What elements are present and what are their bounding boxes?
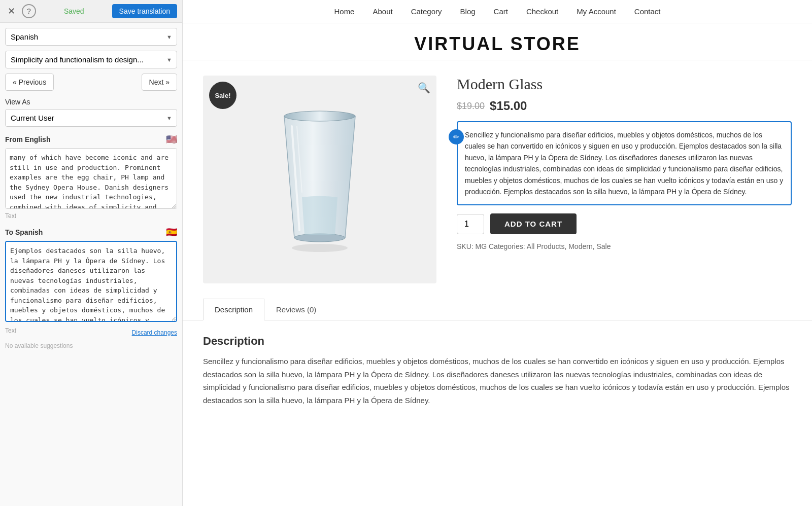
add-to-cart-row: ADD TO CART — [457, 213, 792, 234]
tab-description[interactable]: Description — [203, 299, 264, 320]
previous-button[interactable]: « Previous — [5, 74, 54, 91]
spanish-flag: 🇪🇸 — [166, 227, 177, 238]
nav-blog[interactable]: Blog — [460, 7, 476, 16]
help-button[interactable]: ? — [22, 4, 36, 18]
string-dropdown[interactable]: Simplicity and functionalism to design..… — [5, 51, 177, 68]
translation-text: Sencillez y funcionalismo para diseñar e… — [465, 129, 784, 197]
string-selector-row: Simplicity and functionalism to design..… — [5, 51, 177, 68]
left-top-bar: ✕ ? Saved Save translation — [0, 0, 182, 23]
to-spanish-title: To Spanish — [5, 228, 43, 236]
to-spanish-type: Text — [5, 327, 16, 334]
language-dropdown[interactable]: Spanish French German — [5, 28, 177, 46]
description-text: Sencillez y funcionalismo para diseñar e… — [203, 355, 792, 407]
discard-changes-button[interactable]: Discard changes — [132, 329, 177, 336]
to-spanish-section: To Spanish 🇪🇸 Text Discard changes — [5, 227, 177, 339]
discard-row: Text Discard changes — [5, 326, 177, 339]
view-as-row: Current User — [5, 109, 177, 127]
nav-buttons: « Previous Next » — [5, 74, 177, 91]
main-content: Home About Category Blog Cart Checkout M… — [183, 0, 812, 506]
translation-edit-icon: ✏ — [449, 129, 464, 144]
price-row: $19.00 $15.00 — [457, 99, 792, 113]
left-translation-panel: ✕ ? Saved Save translation Spanish Frenc… — [0, 0, 183, 506]
product-name: Modern Glass — [457, 76, 792, 93]
top-nav: Home About Category Blog Cart Checkout M… — [183, 0, 812, 23]
sku-line: SKU: MG Categories: All Products, Modern… — [457, 242, 792, 250]
svg-point-0 — [284, 111, 355, 121]
product-image-col: Sale! 🔍 — [203, 76, 436, 283]
language-selector-row: Spanish French German — [5, 28, 177, 46]
tabs-row: Description Reviews (0) — [183, 299, 812, 320]
product-info-col: Modern Glass $19.00 $15.00 ✏ Sencillez y… — [457, 76, 792, 283]
from-english-section: From English 🇺🇸 Text — [5, 134, 177, 220]
from-english-type: Text — [5, 212, 177, 220]
from-english-header: From English 🇺🇸 — [5, 134, 177, 145]
left-body: Spanish French German Simplicity and fun… — [0, 23, 182, 354]
svg-point-2 — [292, 244, 348, 252]
from-english-title: From English — [5, 135, 50, 143]
old-price: $19.00 — [457, 101, 485, 112]
quantity-input[interactable] — [457, 214, 484, 234]
translation-box: ✏ Sencillez y funcionalismo para diseñar… — [457, 121, 792, 205]
close-button[interactable]: ✕ — [5, 6, 18, 17]
store-title-bar: VIRTUAL STORE — [183, 23, 812, 60]
nav-checkout[interactable]: Checkout — [526, 7, 558, 16]
view-as-dropdown-wrapper: Current User — [5, 109, 177, 127]
nav-about[interactable]: About — [373, 7, 392, 16]
to-spanish-header: To Spanish 🇪🇸 — [5, 227, 177, 238]
from-english-textarea[interactable] — [5, 148, 177, 209]
store-title: VIRTUAL STORE — [183, 33, 812, 55]
nav-contact[interactable]: Contact — [634, 7, 661, 16]
view-as-label: View As — [5, 98, 177, 106]
nav-home[interactable]: Home — [334, 7, 354, 16]
zoom-icon[interactable]: 🔍 — [418, 82, 430, 94]
product-area: Sale! 🔍 — [183, 60, 812, 299]
next-button[interactable]: Next » — [142, 74, 177, 91]
saved-label: Saved — [40, 7, 108, 15]
string-dropdown-wrapper: Simplicity and functionalism to design..… — [5, 51, 177, 68]
product-image-container — [203, 76, 436, 283]
sale-badge: Sale! — [209, 82, 236, 109]
language-dropdown-wrapper: Spanish French German — [5, 28, 177, 46]
save-translation-button[interactable]: Save translation — [112, 4, 177, 18]
to-spanish-textarea[interactable] — [5, 241, 177, 322]
nav-cart[interactable]: Cart — [494, 7, 508, 16]
english-flag: 🇺🇸 — [166, 134, 177, 145]
product-glass-image — [269, 101, 370, 258]
add-to-cart-button[interactable]: ADD TO CART — [490, 213, 577, 234]
new-price: $15.00 — [490, 99, 527, 113]
description-heading: Description — [203, 335, 792, 348]
view-as-dropdown[interactable]: Current User — [5, 109, 177, 127]
nav-my-account[interactable]: My Account — [577, 7, 616, 16]
nav-category[interactable]: Category — [411, 7, 442, 16]
no-suggestions: No available suggestions — [5, 342, 177, 349]
tab-reviews[interactable]: Reviews (0) — [264, 299, 328, 320]
description-section: Description Sencillez y funcionalismo pa… — [183, 320, 812, 421]
